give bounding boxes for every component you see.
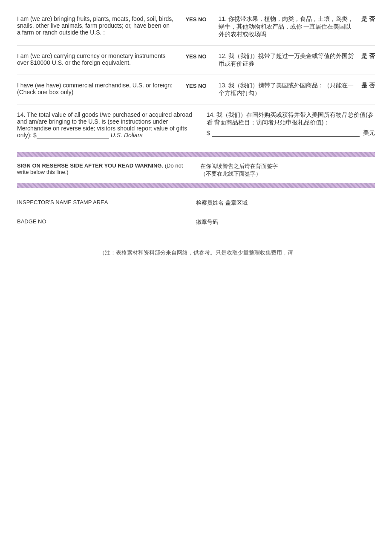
q12-english-text: I am (we are) carrying currency or monet…	[17, 52, 166, 66]
top-divider-bar	[17, 152, 375, 157]
badge-label-zh: 徽章号码	[196, 218, 375, 226]
bottom-divider-bar	[17, 183, 375, 188]
sign-bold-text: SIGN ON RESERSE SIDE AFTER YOU READ WARN…	[17, 162, 163, 169]
sign-chinese-line2: （不要在此线下面签字）	[200, 170, 375, 178]
note-section: （注：表格素材和资料部分来自网络，供参考。只是收取少量整理收集费用，请	[17, 249, 375, 257]
q11-chinese-text: 11. 你携带水果，植物，肉类，食品，土壤，鸟类，蜗牛，其他动物和农产品，或你 …	[219, 15, 357, 38]
q13-chinese-text: 13. 我（我们）携带了美国或外国商品：（只能在一个方框内打勾）	[219, 82, 357, 97]
q11-english: I am (we are) bringing fruits, plants, m…	[17, 15, 178, 36]
sign-right-text: 在你阅读警告之后请在背面签字 （不要在此线下面签字）	[200, 162, 375, 178]
q11-chinese-yes-no: 是 否	[361, 15, 375, 23]
q11-chinese-body: 你携带水果，植物，肉类，食品，土壤，鸟类，蜗牛，其他动物和农产品，或你 一直居住…	[219, 15, 354, 38]
sign-row: SIGN ON RESERSE SIDE AFTER YOU READ WARN…	[17, 159, 375, 181]
question-14-row: 14. The total value of all goods I/we pu…	[17, 104, 375, 146]
stamp-label-zh: 检察员姓名 盖章区域	[196, 199, 375, 207]
q12-chinese-yes-no: 是 否	[361, 52, 375, 60]
q12-chinese-text: 12. 我（我们）携带了超过一万美金或等值的外国货币或有价证券	[219, 52, 357, 68]
q14-english-text: 14. The total value of all goods I/we pu…	[17, 111, 192, 139]
q12-right-inner: 12. 我（我们）携带了超过一万美金或等值的外国货币或有价证券 是 否	[219, 52, 375, 68]
q11-chinese-number: 11.	[219, 15, 227, 22]
q11-english-text: I am (we are) bringing fruits, plants, m…	[17, 15, 173, 36]
q14-chinese-amount-row: $ 美元	[207, 129, 375, 137]
stamp-label-en: INSPECTOR'S NAME STAMP AREA	[17, 199, 196, 205]
q13-chinese-area: 13. 我（我们）携带了美国或外国商品：（只能在一个方框内打勾） 是 否	[214, 82, 375, 97]
form-container: I am (we are) bringing fruits, plants, m…	[17, 9, 375, 257]
q12-chinese-area: 12. 我（我们）携带了超过一万美金或等值的外国货币或有价证券 是 否	[214, 52, 375, 68]
question-13-row: I have (we have) commercial merchandise,…	[17, 75, 375, 104]
q11-right-inner: 11. 你携带水果，植物，肉类，食品，土壤，鸟类，蜗牛，其他动物和农产品，或你 …	[219, 15, 375, 38]
stamp-section: INSPECTOR'S NAME STAMP AREA 检察员姓名 盖章区域	[17, 194, 375, 212]
q14-amount-field[interactable]	[212, 130, 360, 137]
q12-chinese-number: 12.	[219, 52, 227, 59]
q14-chinese-text: 14. 我（我们）在国外购买或获得并带入美国所有物品总价值(参看 背面商品栏目；…	[207, 111, 374, 126]
q14-chinese: 14. 我（我们）在国外购买或获得并带入美国所有物品总价值(参看 背面商品栏目；…	[202, 111, 375, 137]
q12-chinese-body: 我（我们）携带了超过一万美金或等值的外国货币或有价证券	[219, 52, 354, 67]
sign-chinese-line1: 在你阅读警告之后请在背面签字	[200, 162, 375, 170]
badge-label-en: BADGE NO	[17, 218, 196, 225]
sign-left-text: SIGN ON RESERSE SIDE AFTER YOU READ WARN…	[17, 162, 200, 175]
note-text: （注：表格素材和资料部分来自网络，供参考。只是收取少量整理收集费用，请	[99, 249, 293, 256]
badge-section: BADGE NO 徽章号码	[17, 212, 375, 232]
q14-english: 14. The total value of all goods I/we pu…	[17, 111, 202, 139]
q13-chinese-body: 我（我们）携带了美国或外国商品：（只能在一个方框内打勾）	[219, 82, 354, 96]
q13-right-inner: 13. 我（我们）携带了美国或外国商品：（只能在一个方框内打勾） 是 否	[219, 82, 375, 97]
q14-dollar-sign: $	[207, 130, 210, 136]
q11-chinese-area: 11. 你携带水果，植物，肉类，食品，土壤，鸟类，蜗牛，其他动物和农产品，或你 …	[214, 15, 375, 38]
question-12-row: I am (we are) carrying currency or monet…	[17, 46, 375, 75]
q13-english-text: I have (we have) commercial merchandise,…	[17, 82, 173, 95]
q14-us-dollars-label: U.S. Dollars	[111, 132, 143, 139]
question-11-row: I am (we are) bringing fruits, plants, m…	[17, 9, 375, 46]
q13-english: I have (we have) commercial merchandise,…	[17, 82, 178, 95]
q13-yes-no: YES NO	[185, 82, 206, 89]
q11-yes-no: YES NO	[185, 15, 206, 23]
q12-english: I am (we are) carrying currency or monet…	[17, 52, 178, 66]
q12-yes-no: YES NO	[185, 52, 206, 60]
q13-chinese-number: 13.	[219, 82, 227, 89]
q13-chinese-yes-no: 是 否	[361, 82, 375, 90]
q14-unit: 美元	[363, 129, 375, 137]
sign-section: SIGN ON RESERSE SIDE AFTER YOU READ WARN…	[17, 146, 375, 194]
